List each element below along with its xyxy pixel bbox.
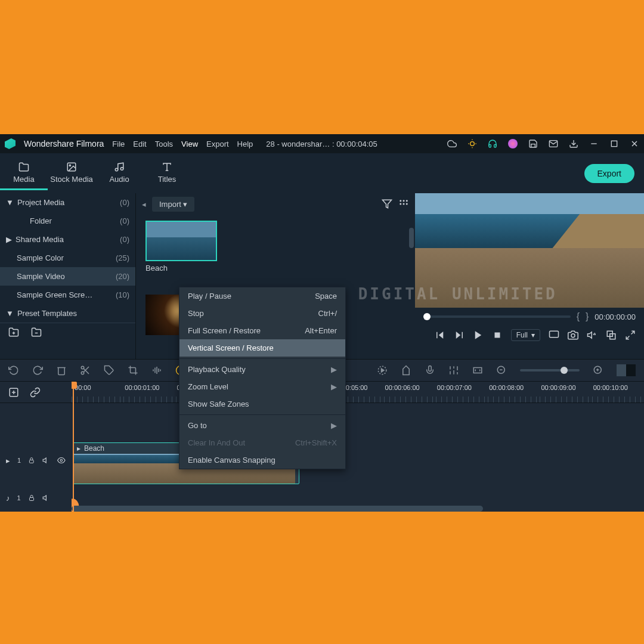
menu-vertical-screen[interactable]: Vertical Screen / Restore xyxy=(179,339,345,357)
menu-view[interactable]: View xyxy=(181,140,198,148)
mute-icon[interactable] xyxy=(42,494,51,502)
menu-safe-zones[interactable]: Show Safe Zones xyxy=(179,395,345,413)
add-track-icon[interactable] xyxy=(8,387,19,398)
collapse-icon[interactable]: ◂ xyxy=(142,200,146,209)
tab-media[interactable]: Media xyxy=(0,157,48,190)
volume-icon[interactable] xyxy=(587,330,597,340)
track-header-video[interactable]: ▸1 xyxy=(0,438,72,483)
svg-point-20 xyxy=(400,203,401,205)
playhead[interactable] xyxy=(73,382,74,512)
mark-in-icon[interactable]: { xyxy=(577,311,580,322)
marker-icon[interactable] xyxy=(401,365,411,376)
tag-icon[interactable] xyxy=(104,365,114,376)
zoom-slider[interactable] xyxy=(520,369,580,371)
sidebar-item-project-media[interactable]: ▼Project Media (0) xyxy=(0,193,135,212)
menu-fullscreen[interactable]: Full Screen / RestoreAlt+Enter xyxy=(179,322,345,339)
delete-folder-icon[interactable] xyxy=(31,327,42,338)
svg-rect-29 xyxy=(550,331,559,338)
svg-marker-71 xyxy=(43,496,46,500)
chevron-right-icon: ▶ xyxy=(331,421,337,430)
save-icon[interactable] xyxy=(528,139,538,148)
sidebar-item-sample-video[interactable]: Sample Video (20) xyxy=(0,267,135,286)
text-icon xyxy=(162,162,172,172)
media-thumbnail-beach[interactable]: Beach xyxy=(145,221,217,275)
audio-wave-icon[interactable] xyxy=(151,365,162,376)
headphones-icon[interactable] xyxy=(488,139,497,148)
stop-icon[interactable] xyxy=(492,330,503,340)
sidebar-item-preset-templates[interactable]: ▼Preset Templates xyxy=(0,304,135,323)
mark-out-icon[interactable]: } xyxy=(586,311,589,322)
mute-icon[interactable] xyxy=(42,456,51,465)
step-back-icon[interactable] xyxy=(435,330,445,340)
import-button[interactable]: Import ▾ xyxy=(152,197,194,212)
play-next-icon[interactable] xyxy=(454,330,465,340)
menu-edit[interactable]: Edit xyxy=(133,140,146,148)
trash-icon[interactable] xyxy=(56,365,67,376)
grid-icon[interactable] xyxy=(398,199,409,209)
quality-select[interactable]: Full▾ xyxy=(511,329,540,341)
fullscreen-icon[interactable] xyxy=(625,330,636,340)
track-header-audio[interactable]: ♪1 xyxy=(0,483,72,513)
sidebar-item-folder[interactable]: Folder (0) xyxy=(0,212,135,230)
lightbulb-icon[interactable] xyxy=(467,139,477,148)
snapshot-icon[interactable] xyxy=(568,330,578,340)
display-icon[interactable] xyxy=(549,330,559,340)
render-icon[interactable] xyxy=(377,365,388,376)
svg-point-17 xyxy=(400,200,401,202)
maximize-icon[interactable] xyxy=(609,139,619,148)
menu-file[interactable]: File xyxy=(112,140,125,148)
scissors-icon[interactable] xyxy=(80,365,91,376)
scrollbar-horizontal[interactable] xyxy=(72,506,483,512)
cloud-icon[interactable] xyxy=(447,139,457,148)
tab-audio[interactable]: Audio xyxy=(95,157,143,190)
fit-icon[interactable] xyxy=(472,365,483,376)
mixer-icon[interactable] xyxy=(448,365,459,376)
mail-icon[interactable] xyxy=(549,139,558,148)
play-icon[interactable] xyxy=(473,330,484,340)
crop-icon[interactable] xyxy=(128,365,138,376)
time-ruler[interactable]: :00:00 00:00:01:00 00:00:02:00 00:00:03:… xyxy=(72,382,644,403)
menu-help[interactable]: Help xyxy=(237,140,253,148)
preview-seekbar[interactable] xyxy=(423,315,571,318)
mic-icon[interactable] xyxy=(425,365,435,376)
menu-tools[interactable]: Tools xyxy=(155,140,173,148)
menu-stop[interactable]: StopCtrl+/ xyxy=(179,305,345,322)
menu-separator xyxy=(179,414,345,415)
menu-goto[interactable]: Go to▶ xyxy=(179,417,345,434)
minimize-icon[interactable] xyxy=(589,139,599,148)
lock-icon[interactable] xyxy=(28,457,35,464)
main-tabs: Media Stock Media Audio Titles Export xyxy=(0,153,644,193)
new-folder-icon[interactable] xyxy=(8,327,19,338)
tab-stock-media[interactable]: Stock Media xyxy=(48,157,95,190)
timeline-tracks[interactable]: :00:00 00:00:01:00 00:00:02:00 00:00:03:… xyxy=(72,382,644,512)
eye-icon[interactable] xyxy=(57,456,66,465)
redo-icon[interactable] xyxy=(32,365,43,376)
undo-icon[interactable] xyxy=(8,365,19,376)
export-button[interactable]: Export xyxy=(584,164,634,183)
sidebar-item-shared-media[interactable]: ▶Shared Media (0) xyxy=(0,230,135,249)
download-icon[interactable] xyxy=(569,139,578,148)
filter-icon[interactable] xyxy=(382,199,392,209)
avatar-icon[interactable] xyxy=(508,139,518,148)
menu-export[interactable]: Export xyxy=(206,140,229,148)
menu-zoom-level[interactable]: Zoom Level▶ xyxy=(179,378,345,395)
close-icon[interactable] xyxy=(630,139,639,148)
sidebar-item-sample-green[interactable]: Sample Green Scre… (10) xyxy=(0,286,135,304)
menu-play-pause[interactable]: Play / PauseSpace xyxy=(179,287,345,305)
svg-point-9 xyxy=(115,168,118,171)
sidebar-item-sample-color[interactable]: Sample Color (25) xyxy=(0,249,135,267)
media-sidebar: ▼Project Media (0) Folder (0) ▶Shared Me… xyxy=(0,193,136,359)
music-icon xyxy=(114,162,125,172)
svg-marker-23 xyxy=(438,332,443,339)
link-icon[interactable] xyxy=(30,387,41,398)
tab-titles[interactable]: Titles xyxy=(143,157,191,190)
zoom-out-icon[interactable] xyxy=(496,365,507,376)
menu-canvas-snapping[interactable]: Enable Canvas Snapping xyxy=(179,451,345,469)
svg-marker-27 xyxy=(475,331,481,339)
lock-icon[interactable] xyxy=(28,494,35,501)
svg-rect-56 xyxy=(473,368,482,373)
zoom-in-icon[interactable] xyxy=(593,365,603,376)
scrollbar-vertical[interactable] xyxy=(409,228,414,248)
popout-icon[interactable] xyxy=(606,330,617,340)
menu-playback-quality[interactable]: Playback Quality▶ xyxy=(179,361,345,378)
